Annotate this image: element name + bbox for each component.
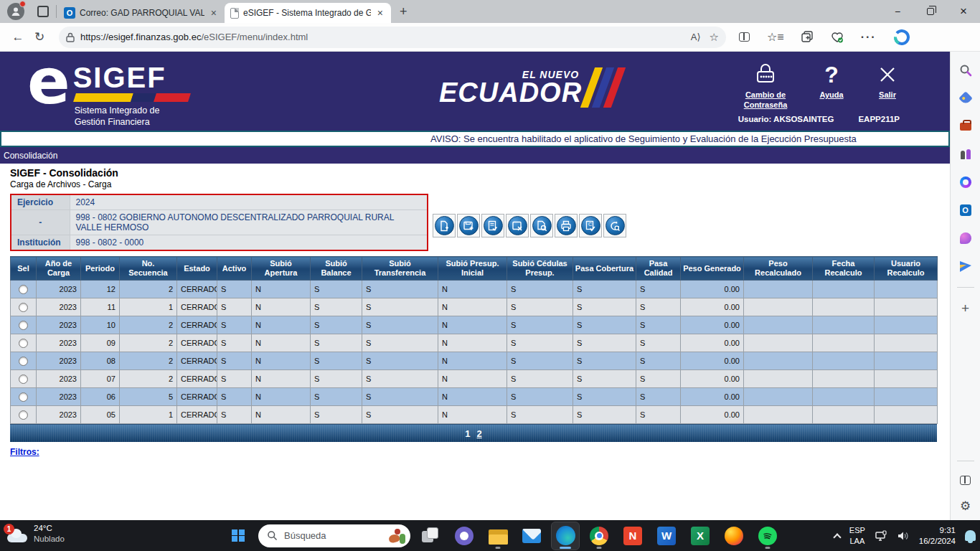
edge-button[interactable] bbox=[552, 522, 579, 550]
cell-pasa_cobertura: S bbox=[573, 352, 636, 370]
profile-avatar[interactable] bbox=[7, 3, 24, 20]
action-toolbar: C bbox=[433, 214, 626, 237]
nuevo-ecuador-logo: EL NUEVO ECUADOR bbox=[439, 67, 618, 108]
restore-button[interactable] bbox=[914, 0, 947, 23]
favorite-star-icon[interactable]: ☆ bbox=[710, 31, 719, 44]
tab-correo[interactable]: O Correo: GAD PARROQUIAL VALLE × bbox=[58, 3, 225, 23]
validate-form-button[interactable] bbox=[481, 214, 504, 237]
microsoft-365-icon[interactable] bbox=[958, 175, 973, 189]
row-select-radio[interactable] bbox=[19, 321, 28, 330]
form-row-institucion: Institución 998 - 0802 - 0000 bbox=[11, 235, 428, 251]
more-menu-icon[interactable]: ··· bbox=[861, 31, 877, 44]
favorites-list-icon[interactable]: ☆≡ bbox=[767, 30, 784, 44]
row-select-radio[interactable] bbox=[19, 357, 28, 366]
cell-subio_cedulas_presup: S bbox=[507, 334, 573, 352]
col-no_secuencia: No. Secuencia bbox=[120, 257, 177, 281]
taskbar-center: Búsqueda N W X bbox=[225, 520, 781, 551]
copilot-icon[interactable] bbox=[894, 29, 910, 45]
task-view-button[interactable] bbox=[417, 522, 444, 550]
notifications-bell-icon[interactable] bbox=[965, 530, 976, 541]
recalculate-button[interactable] bbox=[603, 214, 626, 237]
collections-icon[interactable] bbox=[801, 31, 814, 43]
tab-close-icon[interactable]: × bbox=[375, 7, 385, 19]
language-indicator[interactable]: ESPLAA bbox=[849, 525, 865, 546]
cell-no_secuencia: 1 bbox=[120, 298, 177, 316]
weather-widget[interactable]: 1 24°C Nublado bbox=[6, 523, 65, 545]
tab-workspaces-icon[interactable] bbox=[37, 6, 49, 17]
mail-button[interactable] bbox=[518, 522, 545, 550]
save-upload-button[interactable] bbox=[457, 214, 480, 237]
delete-record-button[interactable] bbox=[506, 214, 529, 237]
quality-check-button[interactable]: C bbox=[579, 214, 602, 237]
print-button[interactable] bbox=[555, 214, 578, 237]
cell-no_secuencia: 2 bbox=[120, 370, 177, 388]
cell-anio_carga: 2023 bbox=[37, 334, 81, 352]
row-select-radio[interactable] bbox=[19, 392, 28, 402]
hidden-icons-chevron[interactable] bbox=[833, 533, 841, 541]
cell-subio_balance: S bbox=[311, 334, 362, 352]
tab-esigef[interactable]: eSIGEF - Sistema Integrado de G × bbox=[225, 3, 391, 23]
col-subio_apertura: Subió Apertura bbox=[252, 257, 311, 281]
new-document-button[interactable] bbox=[433, 214, 456, 237]
firefox-button[interactable] bbox=[720, 522, 748, 550]
cell-subio_cedulas_presup: S bbox=[507, 370, 573, 388]
row-select-radio[interactable] bbox=[19, 339, 28, 348]
help-button[interactable]: ? Ayuda bbox=[814, 60, 849, 110]
page-2-link[interactable]: 2 bbox=[477, 428, 482, 439]
send-icon[interactable] bbox=[958, 259, 973, 273]
clock[interactable]: 9:31 16/2/2024 bbox=[919, 525, 956, 547]
taskbar-search[interactable]: Búsqueda bbox=[258, 524, 410, 547]
volume-icon[interactable] bbox=[897, 530, 910, 542]
new-tab-button[interactable]: + bbox=[391, 4, 416, 19]
logout-button[interactable]: Salir bbox=[870, 60, 905, 110]
cell-pasa_cobertura: S bbox=[573, 406, 636, 424]
read-aloud-icon[interactable]: A⟩ bbox=[691, 32, 701, 42]
change-password-button[interactable]: Cambio de Contraseña bbox=[738, 60, 793, 110]
search-icon[interactable] bbox=[958, 63, 973, 77]
notification-dot bbox=[19, 1, 26, 7]
view-detail-button[interactable] bbox=[530, 214, 553, 237]
settings-gear-icon[interactable]: ⚙ bbox=[958, 499, 973, 513]
row-select-radio[interactable] bbox=[19, 410, 28, 420]
nitro-pdf-button[interactable]: N bbox=[619, 522, 646, 550]
cell-fecha_recalculo bbox=[813, 281, 875, 298]
shopping-icon[interactable] bbox=[958, 91, 973, 105]
minimize-button[interactable]: − bbox=[881, 0, 914, 23]
back-button[interactable]: ← bbox=[7, 27, 29, 48]
chrome-button[interactable] bbox=[585, 522, 613, 550]
header-form: Ejercicio 2024 - 998 - 0802 GOBIERNO AUT… bbox=[10, 194, 428, 251]
filters-link[interactable]: Filtros: bbox=[10, 447, 39, 457]
tools-icon[interactable] bbox=[958, 119, 973, 133]
weather-condition: Nublado bbox=[34, 534, 65, 545]
spotify-button[interactable] bbox=[754, 522, 781, 550]
cell-subio_presup_inicial: N bbox=[438, 316, 507, 334]
network-icon[interactable] bbox=[875, 530, 887, 542]
close-button[interactable]: × bbox=[947, 0, 980, 23]
row-select-radio[interactable] bbox=[19, 375, 28, 384]
row-select-radio[interactable] bbox=[19, 285, 28, 294]
chat-button[interactable] bbox=[451, 522, 478, 550]
file-explorer-button[interactable] bbox=[484, 522, 512, 550]
refresh-button[interactable]: ↻ bbox=[29, 27, 50, 48]
row-select-radio[interactable] bbox=[19, 303, 28, 312]
address-bar[interactable]: https://esigef.finanzas.gob.ec/eSIGEF/me… bbox=[59, 27, 726, 48]
cell-pasa_calidad: S bbox=[636, 370, 681, 388]
tab-close-icon[interactable]: × bbox=[209, 7, 219, 19]
menu-consolidacion[interactable]: Consolidación bbox=[4, 151, 57, 161]
games-icon[interactable] bbox=[958, 147, 973, 161]
printer-icon bbox=[557, 216, 576, 235]
new-document-icon bbox=[435, 216, 454, 235]
cell-fecha_recalculo bbox=[813, 334, 875, 352]
word-button[interactable]: W bbox=[653, 522, 680, 550]
add-sidebar-app-icon[interactable]: + bbox=[958, 301, 973, 316]
cell-sel bbox=[11, 334, 37, 352]
designer-icon[interactable] bbox=[958, 231, 973, 245]
outlook-icon[interactable]: O bbox=[958, 203, 973, 217]
split-screen-icon[interactable] bbox=[739, 32, 750, 42]
excel-button[interactable]: X bbox=[687, 522, 714, 550]
start-button[interactable] bbox=[225, 522, 252, 550]
browser-essentials-icon[interactable] bbox=[831, 32, 844, 43]
form-label: Institución bbox=[11, 235, 70, 251]
cell-periodo: 11 bbox=[81, 298, 120, 316]
split-screen-panel-icon[interactable] bbox=[958, 473, 973, 487]
